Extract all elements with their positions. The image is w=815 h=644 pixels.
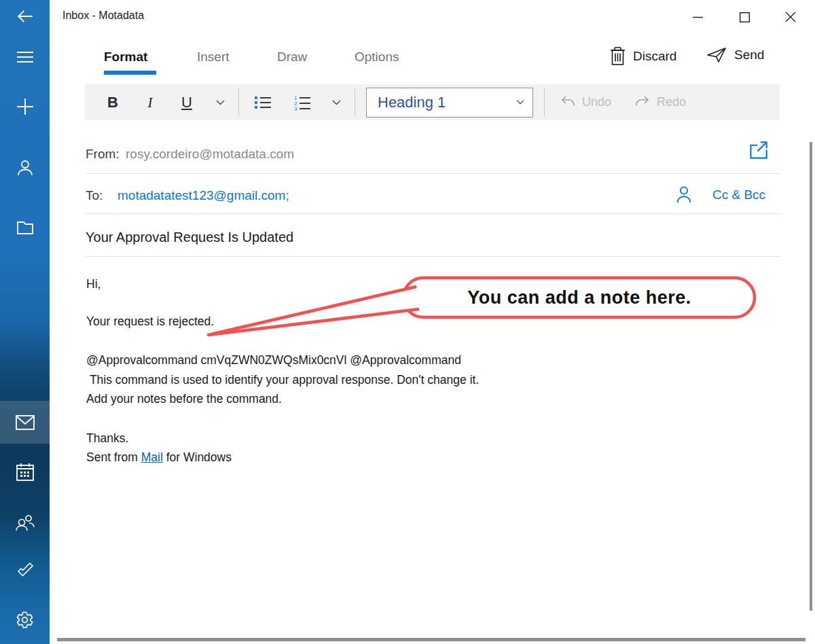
undo-icon: [560, 94, 576, 111]
sidebar-item-settings[interactable]: [0, 603, 50, 636]
italic-button[interactable]: I: [132, 88, 168, 118]
mail-icon: [15, 414, 35, 431]
sidebar-item-calendar[interactable]: [0, 456, 50, 488]
close-icon: [785, 12, 796, 22]
calendar-icon: [15, 462, 35, 482]
annotation-text: You can add a note here.: [467, 287, 691, 308]
command-note1: This command is used to identify your ap…: [86, 373, 479, 387]
tab-draw[interactable]: Draw: [277, 50, 307, 65]
signature-suffix: for Windows: [163, 450, 232, 464]
bullet-list-icon: [254, 95, 272, 110]
chevron-down-icon: [216, 100, 225, 105]
toolbar-divider: [355, 88, 355, 117]
svg-text:3: 3: [294, 106, 297, 111]
sidebar-item-people[interactable]: [0, 506, 50, 539]
send-icon: [707, 47, 727, 63]
numbered-list-button[interactable]: 123: [283, 88, 322, 118]
body-thanks[interactable]: Thanks.: [86, 429, 128, 448]
popout-button[interactable]: [748, 140, 769, 164]
annotation-bubble: [403, 278, 755, 317]
vertical-scrollbar[interactable]: [810, 142, 812, 611]
body-rejected-line[interactable]: Your request is rejected.: [86, 312, 214, 332]
sidebar-item-mail[interactable]: [0, 406, 50, 439]
trash-icon: [610, 47, 626, 65]
gear-icon: [16, 611, 34, 629]
body-greeting[interactable]: Hi,: [86, 274, 101, 294]
tab-options[interactable]: Options: [355, 50, 399, 65]
field-divider: [86, 213, 780, 214]
body-signature[interactable]: Sent from Mail for Windows: [86, 448, 232, 467]
undo-button[interactable]: Undo: [560, 94, 611, 111]
minimize-icon: [693, 16, 703, 18]
chevron-down-icon: [332, 100, 341, 105]
mail-link[interactable]: Mail: [141, 450, 163, 464]
from-label: From:: [86, 147, 120, 162]
tab-insert[interactable]: Insert: [197, 50, 230, 65]
open-new-window-icon: [748, 140, 769, 161]
navigation-sidebar: [0, 0, 50, 644]
redo-icon: [634, 94, 651, 111]
hamburger-icon: [16, 50, 34, 65]
style-dropdown-value: Heading 1: [378, 94, 446, 111]
send-button[interactable]: Send: [707, 47, 764, 63]
annotation-tail: [209, 287, 419, 335]
send-label: Send: [734, 48, 764, 62]
minimize-button[interactable]: [682, 7, 713, 27]
active-tab-underline: [104, 71, 156, 75]
style-dropdown[interactable]: Heading 1: [366, 88, 533, 118]
new-mail-button[interactable]: [0, 90, 50, 123]
to-label: To:: [86, 188, 103, 203]
maximize-button[interactable]: [729, 7, 760, 27]
formatting-toolbar: B I U 123 Heading 1 Undo Redo: [85, 84, 780, 120]
subject-field[interactable]: Your Approval Request Is Updated: [86, 230, 293, 245]
person-icon: [16, 158, 35, 177]
to-value[interactable]: motadatatest123@gmail.com;: [117, 188, 289, 203]
formatting-dropdown-chevron[interactable]: [206, 88, 234, 118]
close-button[interactable]: [775, 7, 806, 27]
tab-format[interactable]: Format: [104, 50, 147, 65]
back-button[interactable]: [0, 0, 50, 33]
numbered-list-icon: 123: [293, 94, 311, 111]
folders-button[interactable]: [0, 211, 50, 244]
undo-label: Undo: [582, 95, 611, 109]
check-icon: [16, 561, 35, 579]
horizontal-scrollbar[interactable]: [57, 638, 805, 641]
maximize-icon: [740, 12, 750, 22]
command-note2: Add your notes before the command.: [86, 392, 282, 406]
bullet-list-button[interactable]: [243, 88, 283, 118]
toolbar-divider: [238, 88, 239, 117]
window-title: Inbox - Motadata: [62, 10, 144, 22]
underline-button[interactable]: U: [168, 88, 206, 118]
toolbar-divider: [544, 88, 545, 117]
from-value[interactable]: rosy.cordeiro@motadata.com: [126, 147, 294, 162]
back-arrow-icon: [16, 7, 34, 25]
folder-icon: [16, 218, 35, 237]
field-divider: [86, 173, 780, 174]
people-icon: [15, 513, 35, 532]
mail-app-window: Inbox - Motadata Format Insert Draw Opti…: [0, 0, 815, 644]
discard-button[interactable]: Discard: [610, 47, 676, 65]
redo-label: Redo: [657, 95, 686, 109]
sidebar-item-todo[interactable]: [0, 554, 50, 586]
bold-button[interactable]: B: [93, 88, 132, 118]
body-command-block[interactable]: @Approvalcommand cmVqZWN0ZWQsMix0cnVl @A…: [86, 351, 479, 409]
choose-contacts-button[interactable]: [675, 185, 693, 207]
list-dropdown-chevron[interactable]: [322, 88, 350, 118]
signature-prefix: Sent from: [86, 450, 141, 464]
field-divider: [86, 256, 780, 257]
contact-person-icon: [675, 185, 693, 204]
cc-bcc-button[interactable]: Cc & Bcc: [712, 187, 765, 202]
chevron-down-icon: [516, 100, 524, 105]
command-line: @Approvalcommand cmVqZWN0ZWQsMix0cnVl @A…: [86, 353, 461, 367]
redo-button[interactable]: Redo: [634, 94, 686, 111]
plus-icon: [16, 98, 34, 115]
accounts-button[interactable]: [0, 151, 50, 184]
menu-button[interactable]: [0, 41, 50, 73]
discard-label: Discard: [633, 49, 676, 64]
